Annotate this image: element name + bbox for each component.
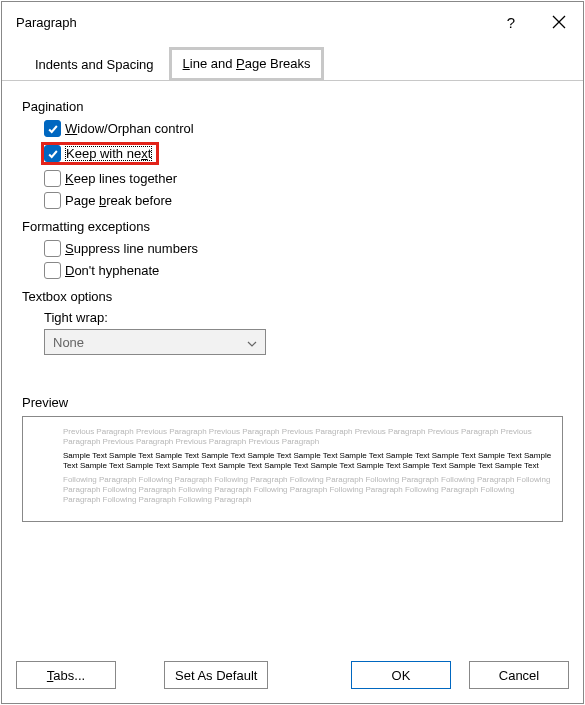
highlight-keep-with-next: Keep with next	[41, 142, 159, 165]
tabs-button[interactable]: Tabs...	[16, 661, 116, 689]
ok-button[interactable]: OK	[351, 661, 451, 689]
preview-sample: Sample Text Sample Text Sample Text Samp…	[63, 451, 552, 471]
label-dont-hyphenate: Don't hyphenate	[65, 263, 159, 278]
chevron-down-icon	[243, 335, 261, 350]
preview-previous: Previous Paragraph Previous Paragraph Pr…	[63, 427, 552, 447]
label-page-break-before: Page break before	[65, 193, 172, 208]
checkbox-keep-lines-together[interactable]	[44, 170, 61, 187]
dropdown-tight-wrap[interactable]: None	[44, 329, 266, 355]
label-suppress-line-numbers: Suppress line numbers	[65, 241, 198, 256]
tab-strip: Indents and Spacing Line and Page Breaks	[20, 46, 569, 80]
check-icon	[47, 148, 59, 160]
tab-indents-spacing[interactable]: Indents and Spacing	[20, 47, 169, 81]
button-label: Cancel	[499, 668, 539, 683]
button-row: Tabs... Set As Default OK Cancel	[2, 651, 583, 703]
set-as-default-button[interactable]: Set As Default	[164, 661, 268, 689]
label-keep-with-next: Keep with next	[65, 146, 152, 161]
cancel-button[interactable]: Cancel	[469, 661, 569, 689]
button-label: Tabs...	[47, 668, 85, 683]
check-icon	[47, 123, 59, 135]
dropdown-value: None	[53, 335, 243, 350]
help-button[interactable]: ?	[487, 2, 535, 42]
dialog-title: Paragraph	[16, 15, 77, 30]
checkbox-keep-with-next[interactable]	[44, 145, 61, 162]
checkbox-dont-hyphenate[interactable]	[44, 262, 61, 279]
checkbox-page-break-before[interactable]	[44, 192, 61, 209]
group-formatting-exceptions: Formatting exceptions	[22, 219, 563, 234]
group-pagination: Pagination	[22, 99, 563, 114]
button-label: OK	[392, 668, 411, 683]
help-icon: ?	[507, 14, 515, 31]
paragraph-dialog: Paragraph ? Indents and Spacing Line and…	[1, 1, 584, 704]
preview-box: Previous Paragraph Previous Paragraph Pr…	[22, 416, 563, 522]
tab-label: Line and Page Breaks	[183, 56, 311, 71]
label-widow-orphan: Widow/Orphan control	[65, 121, 194, 136]
checkbox-widow-orphan[interactable]	[44, 120, 61, 137]
checkbox-suppress-line-numbers[interactable]	[44, 240, 61, 257]
titlebar: Paragraph ?	[2, 2, 583, 42]
tab-label: Indents and Spacing	[35, 57, 154, 72]
group-preview: Preview	[22, 395, 563, 410]
preview-following: Following Paragraph Following Paragraph …	[63, 475, 552, 505]
tab-line-page-breaks[interactable]: Line and Page Breaks	[169, 47, 325, 81]
close-button[interactable]	[535, 2, 583, 42]
close-icon	[552, 15, 566, 29]
group-textbox-options: Textbox options	[22, 289, 563, 304]
label-keep-lines-together: Keep lines together	[65, 171, 177, 186]
label-tight-wrap: Tight wrap:	[44, 310, 563, 325]
button-label: Set As Default	[175, 668, 257, 683]
